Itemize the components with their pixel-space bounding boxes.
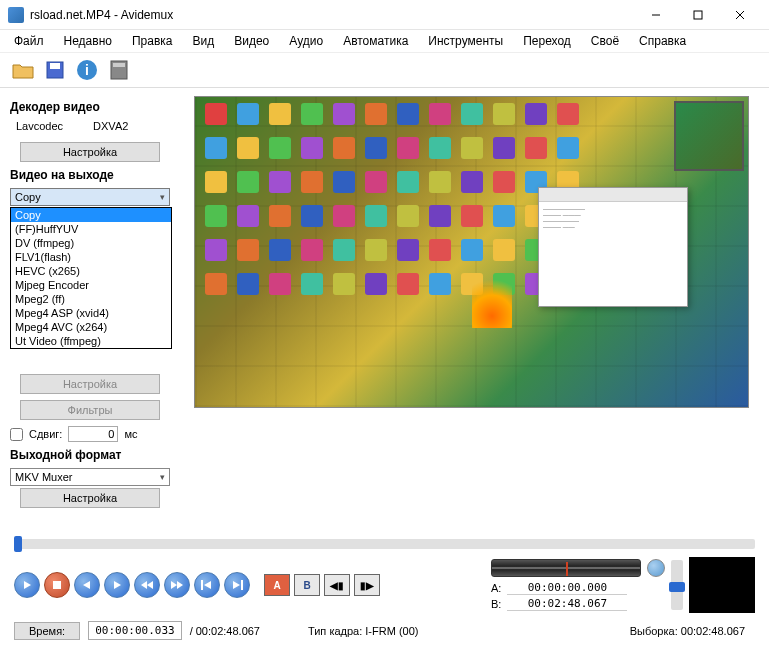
mark-a-button[interactable]: A bbox=[264, 574, 290, 596]
decoder-settings-button[interactable]: Настройка bbox=[20, 142, 160, 162]
menu-custom[interactable]: Своё bbox=[583, 32, 627, 50]
window-title: rsload.net.MP4 - Avidemux bbox=[30, 8, 635, 22]
menubar: Файл Недавно Правка Вид Видео Аудио Авто… bbox=[0, 30, 769, 52]
output-format-title: Выходной формат bbox=[10, 448, 180, 462]
preview-panel: —————————— ———————————— —— bbox=[190, 88, 769, 533]
svg-rect-12 bbox=[241, 580, 243, 590]
svg-rect-10 bbox=[53, 581, 61, 589]
codec-option[interactable]: Mjpeg Encoder bbox=[11, 278, 171, 292]
goto-end-button[interactable] bbox=[224, 572, 250, 598]
muxer-select[interactable]: MKV Muxer ▾ bbox=[10, 468, 170, 486]
audio-preview bbox=[689, 557, 755, 613]
a-label: A: bbox=[491, 582, 501, 594]
decoder-row: Lavcodec DXVA2 bbox=[16, 120, 180, 132]
goto-start-button[interactable] bbox=[194, 572, 220, 598]
prev-frame-button[interactable] bbox=[74, 572, 100, 598]
menu-recent[interactable]: Недавно bbox=[56, 32, 120, 50]
codec-option[interactable]: DV (ffmpeg) bbox=[11, 236, 171, 250]
toolbar: i bbox=[0, 52, 769, 88]
video-codec-dropdown: Copy (FF)HuffYUV DV (ffmpeg) FLV1(flash)… bbox=[10, 207, 172, 349]
muxer-settings-button[interactable]: Настройка bbox=[20, 488, 160, 508]
codec-option[interactable]: Mpeg4 AVC (x264) bbox=[11, 320, 171, 334]
timeline bbox=[0, 533, 769, 551]
svg-rect-9 bbox=[113, 63, 125, 67]
open-icon[interactable] bbox=[10, 57, 36, 83]
menu-help[interactable]: Справка bbox=[631, 32, 694, 50]
menu-edit[interactable]: Правка bbox=[124, 32, 181, 50]
timeline-track[interactable] bbox=[14, 539, 755, 549]
svg-rect-1 bbox=[694, 11, 702, 19]
minimize-button[interactable] bbox=[635, 1, 677, 29]
lavcodec-label: Lavcodec bbox=[16, 120, 63, 132]
next-frame-button[interactable] bbox=[104, 572, 130, 598]
video-codec-select[interactable]: Copy ▾ Copy (FF)HuffYUV DV (ffmpeg) FLV1… bbox=[10, 188, 170, 206]
chevron-down-icon: ▾ bbox=[160, 192, 165, 202]
jog-wheel[interactable] bbox=[491, 559, 641, 577]
menu-file[interactable]: Файл bbox=[6, 32, 52, 50]
dxva2-label: DXVA2 bbox=[93, 120, 128, 132]
time-value-input[interactable]: 00:00:00.033 bbox=[88, 621, 181, 640]
stop-button[interactable] bbox=[44, 572, 70, 598]
a-value: 00:00:00.000 bbox=[507, 581, 627, 595]
next-black-button[interactable]: ▮▶ bbox=[354, 574, 380, 596]
decoder-title: Декодер видео bbox=[10, 100, 180, 114]
info-icon[interactable]: i bbox=[74, 57, 100, 83]
prev-black-button[interactable]: ◀▮ bbox=[324, 574, 350, 596]
desktop-icons-overlay bbox=[205, 103, 583, 303]
menu-video[interactable]: Видео bbox=[226, 32, 277, 50]
codec-option[interactable]: Ut Video (ffmpeg) bbox=[11, 334, 171, 348]
next-keyframe-button[interactable] bbox=[164, 572, 190, 598]
shift-row: Сдвиг: мс bbox=[10, 426, 180, 442]
codec-option[interactable]: Copy bbox=[11, 208, 171, 222]
shift-unit: мс bbox=[124, 428, 137, 440]
menu-tools[interactable]: Инструменты bbox=[420, 32, 511, 50]
selection-value: 00:02:48.067 bbox=[681, 625, 745, 637]
dialog-overlay: —————————— ———————————— —— bbox=[538, 187, 688, 307]
codec-option[interactable]: HEVC (x265) bbox=[11, 264, 171, 278]
video-settings-button[interactable]: Настройка bbox=[20, 374, 160, 394]
time-label-button[interactable]: Время: bbox=[14, 622, 80, 640]
selection-label: Выборка: bbox=[630, 625, 678, 637]
video-codec-value: Copy bbox=[15, 191, 41, 203]
minimap-overlay bbox=[674, 101, 744, 171]
volume-slider[interactable] bbox=[671, 560, 683, 610]
b-value: 00:02:48.067 bbox=[507, 597, 627, 611]
main-area: Декодер видео Lavcodec DXVA2 Настройка В… bbox=[0, 88, 769, 533]
codec-option[interactable]: Mpeg2 (ff) bbox=[11, 292, 171, 306]
svg-rect-11 bbox=[201, 580, 203, 590]
playback-controls: A B ◀▮ ▮▶ A:00:00:00.000 B:00:02:48.067 bbox=[0, 551, 769, 619]
ab-markers: A:00:00:00.000 B:00:02:48.067 bbox=[491, 581, 665, 611]
frame-type-label: Тип кадра: I-FRM (00) bbox=[308, 625, 419, 637]
timeline-handle[interactable] bbox=[14, 536, 22, 552]
right-controls: A:00:00:00.000 B:00:02:48.067 bbox=[491, 557, 755, 613]
save-icon[interactable] bbox=[42, 57, 68, 83]
play-button[interactable] bbox=[14, 572, 40, 598]
app-icon bbox=[8, 7, 24, 23]
shift-input[interactable] bbox=[68, 426, 118, 442]
shift-label: Сдвиг: bbox=[29, 428, 62, 440]
menu-view[interactable]: Вид bbox=[185, 32, 223, 50]
codec-option[interactable]: (FF)HuffYUV bbox=[11, 222, 171, 236]
menu-auto[interactable]: Автоматика bbox=[335, 32, 416, 50]
b-label: B: bbox=[491, 598, 501, 610]
video-preview[interactable]: —————————— ———————————— —— bbox=[194, 96, 749, 408]
maximize-button[interactable] bbox=[677, 1, 719, 29]
slider-handle[interactable] bbox=[669, 582, 685, 592]
codec-option[interactable]: FLV1(flash) bbox=[11, 250, 171, 264]
reset-jog-icon[interactable] bbox=[647, 559, 665, 577]
prev-keyframe-button[interactable] bbox=[134, 572, 160, 598]
calculator-icon[interactable] bbox=[106, 57, 132, 83]
svg-text:i: i bbox=[85, 62, 89, 78]
codec-option[interactable]: Mpeg4 ASP (xvid4) bbox=[11, 306, 171, 320]
status-bar: Время: 00:00:00.033 / 00:02:48.067 Тип к… bbox=[0, 619, 769, 644]
svg-rect-5 bbox=[50, 63, 60, 69]
filters-button[interactable]: Фильтры bbox=[20, 400, 160, 420]
video-out-title: Видео на выходе bbox=[10, 168, 180, 182]
shift-checkbox[interactable] bbox=[10, 428, 23, 441]
menu-goto[interactable]: Переход bbox=[515, 32, 579, 50]
duration-label: / 00:02:48.067 bbox=[190, 625, 260, 637]
titlebar: rsload.net.MP4 - Avidemux bbox=[0, 0, 769, 30]
close-button[interactable] bbox=[719, 1, 761, 29]
menu-audio[interactable]: Аудио bbox=[281, 32, 331, 50]
mark-b-button[interactable]: B bbox=[294, 574, 320, 596]
